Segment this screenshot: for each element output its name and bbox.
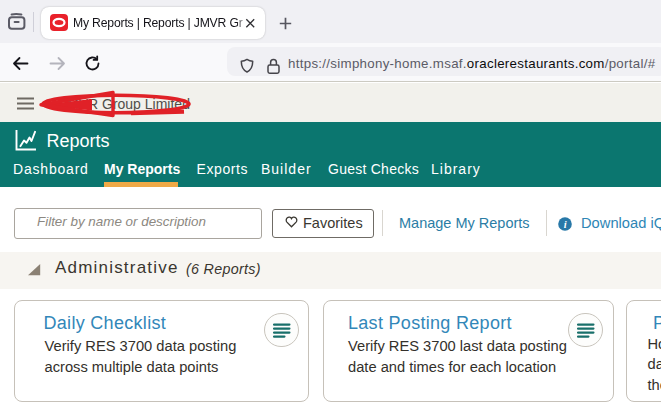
svg-text:i: i (564, 219, 567, 230)
